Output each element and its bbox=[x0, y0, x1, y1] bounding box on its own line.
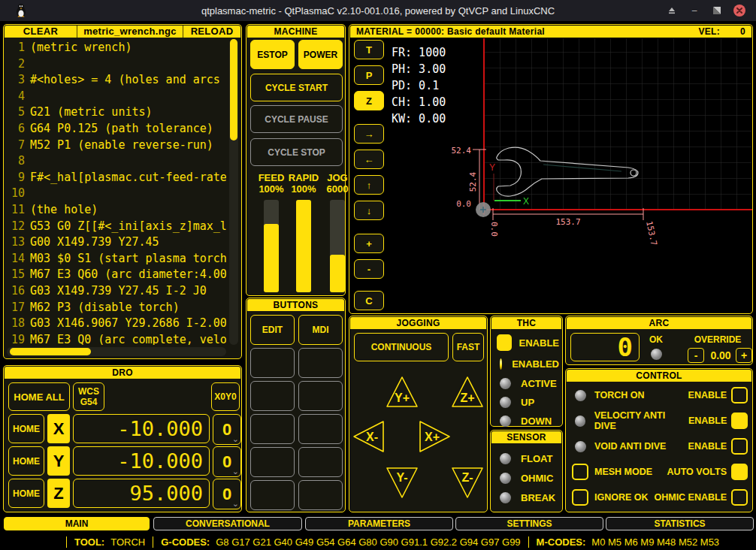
velocity-label: VEL: bbox=[698, 26, 720, 38]
zero-z-dropdown[interactable]: 0⌄ bbox=[213, 479, 241, 509]
gcode-line-number: 14 bbox=[8, 251, 25, 267]
cycle-stop-button[interactable]: CYCLE STOP bbox=[250, 138, 343, 166]
estop-button[interactable]: ESTOP bbox=[250, 40, 295, 69]
axis-y-label: Y bbox=[47, 446, 70, 476]
jog-fast-button[interactable]: FAST bbox=[452, 333, 484, 361]
jog-z-plus-button[interactable]: Z+ bbox=[449, 373, 485, 409]
clear-button[interactable]: CLEAR bbox=[5, 26, 77, 38]
control-row: MESH MODEAUTO VOLTS bbox=[572, 462, 748, 482]
sensor-ohmic-row: OHMIC bbox=[497, 468, 559, 488]
gcode-display[interactable]: 1(metric wrench)23#<holes> = 4 (holes an… bbox=[8, 40, 226, 345]
arc-panel: ARC 0 OK OVERRIDE - 0.00 + bbox=[565, 316, 753, 365]
close-window-icon[interactable] bbox=[733, 4, 746, 17]
tab-conversational[interactable]: CONVERSATIONAL bbox=[153, 517, 302, 530]
gcode-horizontal-scrollbar[interactable] bbox=[7, 347, 226, 356]
window-title: qtplasmac-metric - QtPlasmaC v2.10-001.0… bbox=[0, 5, 756, 17]
loaded-file-name[interactable]: metric_wrench.ngc bbox=[77, 26, 183, 38]
jog-continuous-button[interactable]: CONTINUOUS bbox=[354, 333, 449, 361]
gcode-line: 12G53 G0 Z[[#<_ini[axis_z]max_li bbox=[8, 219, 226, 235]
jog-x-plus-button[interactable]: X+ bbox=[416, 419, 452, 455]
arc-header: ARC bbox=[567, 317, 751, 329]
gcode-panel: CLEAR metric_wrench.ngc RELOAD 1(metric … bbox=[3, 24, 242, 359]
empty-user-button[interactable] bbox=[298, 414, 343, 444]
jogging-header: JOGGING bbox=[350, 317, 486, 329]
enable-checkbox[interactable] bbox=[731, 438, 748, 455]
gcodes-label: G-CODES: bbox=[161, 536, 210, 548]
empty-user-button[interactable] bbox=[250, 381, 295, 411]
arc-override-plus-button[interactable]: + bbox=[736, 348, 752, 363]
minimize-window-icon[interactable]: – bbox=[688, 4, 701, 17]
gcode-line-number: 11 bbox=[8, 202, 25, 219]
tab-settings[interactable]: SETTINGS bbox=[455, 517, 603, 530]
chevron-down-icon: ⌄ bbox=[232, 434, 239, 444]
empty-user-button[interactable] bbox=[298, 348, 343, 378]
mcodes-label: M-CODES: bbox=[537, 536, 586, 548]
gcode-line: 17M62 P3 (disable torch) bbox=[8, 300, 226, 316]
zero-x-dropdown[interactable]: 0⌄ bbox=[213, 414, 241, 445]
override-jog-slider[interactable] bbox=[330, 200, 345, 292]
sensor-header: SENSOR bbox=[491, 431, 561, 443]
gcode-line-number: 5 bbox=[8, 104, 25, 121]
empty-user-button[interactable] bbox=[298, 381, 343, 411]
gcode-line-text: G21 (metric units) bbox=[30, 105, 153, 119]
empty-user-button[interactable] bbox=[250, 447, 295, 477]
power-button[interactable]: POWER bbox=[298, 40, 343, 69]
thc-active-row: ACTIVE bbox=[497, 373, 559, 393]
edit-button[interactable]: EDIT bbox=[250, 315, 295, 345]
empty-user-button[interactable] bbox=[250, 414, 295, 444]
empty-user-button[interactable] bbox=[250, 480, 295, 510]
auto-volts-checkbox[interactable] bbox=[731, 464, 748, 480]
home-z-button[interactable]: HOME bbox=[8, 479, 44, 508]
scrollbar-thumb[interactable] bbox=[230, 39, 237, 141]
cycle-pause-button[interactable]: CYCLE PAUSE bbox=[250, 105, 343, 133]
jog-z-minus-button[interactable]: Z- bbox=[449, 465, 485, 501]
shade-window-icon[interactable] bbox=[665, 4, 679, 17]
gcode-line: 1(metric wrench) bbox=[8, 40, 226, 56]
material-value[interactable]: 00000: Basic default Material bbox=[415, 26, 545, 38]
scrollbar-thumb[interactable] bbox=[10, 348, 91, 355]
gcode-vertical-scrollbar[interactable] bbox=[229, 39, 238, 345]
home-x-button[interactable]: HOME bbox=[8, 414, 44, 443]
enable-checkbox[interactable] bbox=[731, 412, 748, 429]
override-rapid-slider[interactable] bbox=[296, 200, 311, 292]
x0y0-button[interactable]: X0Y0 bbox=[211, 382, 240, 411]
maximize-window-icon[interactable] bbox=[710, 4, 724, 17]
jog-y-plus-button[interactable]: Y+ bbox=[384, 373, 420, 409]
gcode-line-text: M52 P1 (enable reverse-run) bbox=[30, 138, 213, 152]
sensor-ohmic-label: OHMIC bbox=[521, 473, 553, 484]
wcs-button[interactable]: WCSG54 bbox=[73, 382, 104, 411]
thc-enabled-label: ENABLED bbox=[512, 358, 559, 370]
gcode-line-number: 19 bbox=[8, 332, 25, 345]
tab-statistics[interactable]: STATISTICS bbox=[606, 517, 754, 530]
ignore-ok-checkbox[interactable] bbox=[572, 489, 588, 506]
empty-user-button[interactable] bbox=[298, 447, 343, 477]
jog-x-minus-button[interactable]: X- bbox=[351, 419, 387, 455]
thc-enable-checkbox[interactable] bbox=[497, 334, 512, 351]
gcode-preview-plot[interactable]: 52.4 52.4 0.0 153.7 153.7 0.0 Y X bbox=[349, 37, 752, 313]
enable-checkbox[interactable] bbox=[731, 387, 748, 403]
qtplasmac-window: qtplasmac-metric - QtPlasmaC v2.10-001.0… bbox=[0, 0, 756, 550]
tab-parameters[interactable]: PARAMETERS bbox=[305, 517, 453, 530]
gcode-line-number: 15 bbox=[8, 267, 25, 283]
mdi-button[interactable]: MDI bbox=[298, 315, 343, 345]
jog-y-minus-button[interactable]: Y- bbox=[384, 465, 420, 501]
sensor-break-led bbox=[500, 492, 511, 503]
home-all-button[interactable]: HOME ALL bbox=[8, 382, 70, 411]
reload-button[interactable]: RELOAD bbox=[183, 26, 240, 38]
home-y-button[interactable]: HOME bbox=[8, 446, 44, 476]
empty-user-button[interactable] bbox=[250, 348, 295, 378]
arc-override-minus-button[interactable]: - bbox=[688, 348, 704, 363]
zero-y-dropdown[interactable]: 0⌄ bbox=[213, 446, 241, 477]
override-feed-slider[interactable] bbox=[264, 200, 279, 292]
cycle-start-button[interactable]: CYCLE START bbox=[250, 74, 343, 101]
ohmic-enable-checkbox[interactable] bbox=[731, 489, 748, 506]
gcode-line-text: G00 X149.739 Y27.45 bbox=[30, 235, 159, 249]
arc-override-value: 0.00 bbox=[706, 348, 736, 363]
tab-main[interactable]: MAIN bbox=[4, 517, 150, 530]
gcode-line: 16G03 X149.739 Y27.45 I-2 J0 bbox=[8, 283, 226, 300]
user-buttons-panel: BUTTONS EDITMDI bbox=[246, 298, 346, 512]
empty-user-button[interactable] bbox=[298, 480, 343, 510]
dro-z-value: 95.000 bbox=[73, 479, 210, 508]
gcode-line-text: (metric wrench) bbox=[30, 41, 132, 54]
mesh-mode-checkbox[interactable] bbox=[572, 464, 588, 480]
